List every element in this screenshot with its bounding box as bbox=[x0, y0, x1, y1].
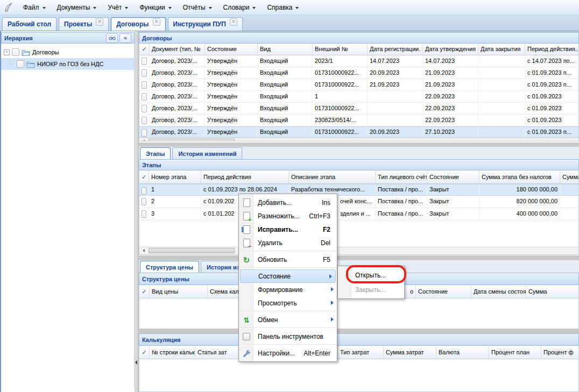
vertical-splitter[interactable] bbox=[135, 31, 138, 392]
menu-item-refresh[interactable]: ↻ Обновить F5 bbox=[239, 253, 337, 266]
menu-item-settings[interactable]: Настройки... Alt+Enter bbox=[239, 346, 337, 360]
column-header-check[interactable]: ✓ bbox=[139, 285, 150, 298]
column-header[interactable]: № строки калькул bbox=[150, 346, 195, 359]
row-checkbox[interactable] bbox=[142, 129, 147, 137]
column-header[interactable]: Сумма bbox=[560, 170, 578, 183]
table-row[interactable]: Договор, 2023/... Утверждён Входящий 017… bbox=[139, 67, 578, 79]
table-row[interactable]: Договор, 2023/... Утверждён Входящий 1 2… bbox=[139, 91, 578, 103]
table-row[interactable]: Договор, 2023/... Утверждён Входящий 230… bbox=[139, 115, 578, 126]
menu-file-label: Файл bbox=[23, 4, 39, 11]
table-row[interactable]: Договор, 2023/... Утверждён Входящий 202… bbox=[139, 55, 578, 67]
tree-node-niokr[interactable]: НИОКР по ГОЗ без НДС bbox=[1, 58, 134, 70]
menu-item-toolbar[interactable]: Панель инструментов bbox=[239, 330, 337, 343]
tree-checkbox[interactable] bbox=[12, 48, 19, 56]
column-header[interactable]: Описание этапа bbox=[289, 170, 376, 183]
tree-checkbox[interactable] bbox=[17, 60, 24, 68]
close-icon[interactable]: ✕ bbox=[230, 18, 237, 26]
scrollbar-thumb[interactable] bbox=[149, 139, 235, 141]
column-header[interactable]: Дата регистрации. bbox=[368, 44, 423, 55]
column-header-check[interactable]: ✓ bbox=[139, 170, 149, 183]
row-checkbox[interactable] bbox=[142, 210, 146, 218]
column-header[interactable]: Период действия bbox=[201, 170, 289, 183]
column-header[interactable]: Тип лицевого счёт bbox=[376, 170, 427, 183]
menu-item-state[interactable]: Состояние bbox=[240, 269, 336, 283]
tree-node-contracts[interactable]: − Договоры bbox=[1, 46, 134, 58]
column-header-check[interactable]: ✓ bbox=[139, 44, 150, 55]
chevron-down-icon bbox=[125, 7, 128, 9]
column-header-check[interactable]: ✓ bbox=[139, 346, 150, 359]
column-header[interactable]: Дата утверждения bbox=[423, 44, 478, 55]
tab-price-structure[interactable]: Структура цены bbox=[140, 261, 199, 273]
horizontal-scrollbar[interactable] bbox=[139, 138, 578, 141]
tab-stages[interactable]: Этапы bbox=[140, 147, 171, 159]
row-checkbox[interactable] bbox=[142, 187, 146, 195]
table-row[interactable]: 3 с 01.01.202 зделия и ... Поставка / пр… bbox=[139, 208, 578, 220]
row-checkbox[interactable] bbox=[142, 69, 147, 77]
cell-account-type: Поставка / про... bbox=[376, 196, 427, 208]
table-row-selected[interactable]: Договор, 2023/... Утверждён Входящий 017… bbox=[139, 126, 578, 138]
tab-label: Договоры bbox=[116, 20, 149, 28]
folder-open-icon bbox=[22, 49, 30, 56]
column-header[interactable]: Период действия... bbox=[525, 44, 578, 55]
tab-desktop[interactable]: Рабочий стол bbox=[2, 17, 57, 31]
table-row[interactable]: Договор, 2023/... Утверждён Входящий 017… bbox=[139, 79, 578, 91]
menu-item-exchange[interactable]: ⇅ Обмен bbox=[239, 313, 337, 326]
column-header[interactable]: Валюта bbox=[436, 346, 489, 359]
tab-change-history[interactable]: История изменений bbox=[172, 147, 242, 159]
table-row[interactable]: 2 с 01.09.202 очей конс... Поставка / пр… bbox=[139, 196, 578, 208]
close-icon[interactable]: ✕ bbox=[96, 18, 103, 26]
collapse-panel-button[interactable]: « bbox=[119, 33, 131, 43]
menu-dictionaries[interactable]: Словари bbox=[218, 2, 263, 13]
menu-item-view[interactable]: Просмотреть bbox=[239, 296, 337, 310]
row-checkbox[interactable] bbox=[142, 105, 147, 112]
row-checkbox[interactable] bbox=[142, 81, 147, 89]
menu-item-edit[interactable]: Исправить... F2 bbox=[239, 223, 337, 236]
scrollbar-thumb[interactable] bbox=[149, 248, 235, 253]
scroll-left-button[interactable] bbox=[139, 138, 147, 141]
search-button[interactable] bbox=[106, 33, 118, 43]
tab-projects[interactable]: Проекты✕ bbox=[59, 17, 109, 31]
menu-documents[interactable]: Документы bbox=[52, 2, 103, 13]
column-header[interactable]: Состояние bbox=[205, 44, 258, 55]
tab-pup-instructions[interactable]: Инструкции ПУП✕ bbox=[168, 17, 243, 31]
column-header[interactable]: Внешний № bbox=[313, 44, 368, 55]
column-header[interactable]: Сумма этапа без налогов bbox=[479, 170, 560, 183]
column-header[interactable]: Процент ф bbox=[541, 346, 578, 359]
row-checkbox[interactable] bbox=[142, 93, 147, 101]
row-checkbox[interactable] bbox=[142, 117, 147, 124]
column-header[interactable]: Вид bbox=[258, 44, 313, 55]
row-checkbox[interactable] bbox=[142, 58, 147, 65]
menu-help[interactable]: Справка bbox=[262, 2, 305, 13]
row-checkbox[interactable] bbox=[142, 198, 146, 205]
menu-functions[interactable]: Функции bbox=[135, 2, 178, 13]
submenu-arrow-icon bbox=[331, 301, 334, 305]
horizontal-scrollbar[interactable] bbox=[139, 247, 578, 254]
menu-reports[interactable]: Отчёты bbox=[178, 2, 218, 13]
tab-contracts[interactable]: Договоры✕ bbox=[111, 17, 165, 31]
column-header[interactable]: Состояние bbox=[416, 285, 471, 298]
tab-label: Этапы bbox=[146, 151, 165, 157]
collapse-node-icon[interactable]: − bbox=[4, 49, 10, 55]
table-row[interactable]: Договор, 2023/... Утверждён Входящий 017… bbox=[139, 103, 578, 115]
scroll-left-button[interactable] bbox=[139, 247, 147, 254]
column-header[interactable]: Дата смены состоя bbox=[471, 285, 526, 298]
column-header[interactable]: Дата закрытия bbox=[478, 44, 525, 55]
column-header[interactable]: Документ (тип, № bbox=[150, 44, 205, 55]
menu-accounting[interactable]: Учёт bbox=[103, 2, 135, 13]
menu-item-delete[interactable]: − Удалить Del bbox=[239, 236, 337, 250]
column-header[interactable]: Тип затрат bbox=[338, 346, 384, 359]
table-row-selected[interactable]: 1 с 01.09.2023 по 28.06.2024 Разработка … bbox=[139, 184, 578, 196]
menu-file[interactable]: Файл bbox=[18, 2, 52, 13]
close-icon[interactable]: ✕ bbox=[153, 18, 160, 26]
menu-item-duplicate[interactable]: + Размножить... Ctrl+F3 bbox=[239, 209, 337, 223]
menu-item-add[interactable]: Добавить... Ins bbox=[239, 196, 337, 209]
column-header[interactable]: Состояние bbox=[427, 170, 479, 183]
column-header[interactable]: Сумма bbox=[526, 285, 578, 298]
menu-item-formation[interactable]: Формирование bbox=[239, 283, 337, 296]
column-header[interactable]: Процент план bbox=[489, 346, 541, 359]
column-header[interactable]: Номер этапа bbox=[149, 170, 201, 183]
menu-item-label: Состояние bbox=[258, 273, 291, 280]
column-header[interactable]: Сумма затрат bbox=[384, 346, 436, 359]
column-header[interactable]: Вид цены bbox=[150, 285, 208, 298]
splitter-collapse-icon[interactable] bbox=[135, 360, 137, 365]
